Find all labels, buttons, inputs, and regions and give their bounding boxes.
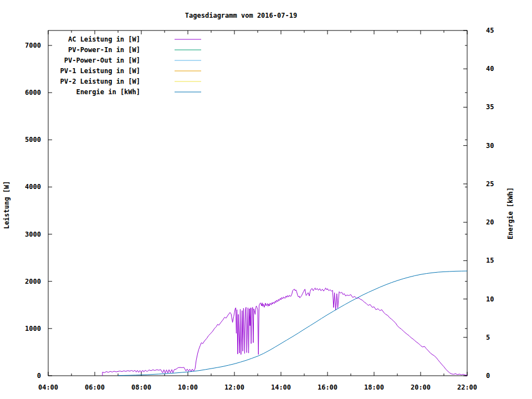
y2-tick-label: 35 [486,103,494,111]
y2-tick-label: 5 [486,334,490,341]
y-tick-label: 5000 [25,136,41,144]
series-line-ac-leistung-in-w [103,288,467,376]
x-tick-label: 08:00 [131,383,151,391]
y-tick-label: 3000 [25,231,41,238]
x-tick-label: 10:00 [178,383,198,391]
x-tick-label: 20:00 [411,383,431,391]
y2-tick-label: 25 [486,180,494,188]
x-tick-label: 18:00 [364,383,384,391]
legend-label: Energie in [kWh] [76,88,140,96]
legend-label: AC Leistung in [W] [68,35,140,43]
legend-label: PV-1 Leistung in [W] [60,67,141,75]
x-tick-label: 22:00 [457,383,477,391]
y2-axis-label: Energie [kWh] [507,187,514,239]
daily-pv-chart: Tagesdiagramm vom 2016-07-19 Leistung [W… [0,0,532,399]
chart-title: Tagesdiagramm vom 2016-07-19 [185,12,297,19]
x-tick-label: 14:00 [271,383,291,391]
x-tick-label: 04:00 [38,383,58,391]
y2-tick-label: 10 [486,295,494,303]
y-tick-label: 1000 [25,325,41,332]
y-tick-label: 7000 [25,42,41,49]
x-tick-label: 06:00 [85,383,105,391]
chart-page: Tagesdiagramm vom 2016-07-19 Leistung [W… [0,0,532,399]
legend-label: PV-2 Leistung in [W] [60,78,141,85]
y2-tick-label: 15 [486,257,494,264]
legend-label: PV-Power-Out in [W] [64,57,140,64]
y2-tick-label: 20 [486,218,494,226]
y-tick-label: 6000 [25,89,41,96]
legend-label: PV-Power-In in [W] [68,46,140,54]
series-line-energie-in-kwh [118,271,467,376]
x-tick-label: 12:00 [224,383,244,391]
y-tick-label: 4000 [25,183,41,191]
y-axis-label: Leistung [W] [3,181,11,229]
y2-tick-label: 0 [486,372,490,380]
x-tick-label: 16:00 [318,383,337,391]
y-tick-label: 2000 [25,278,41,285]
y2-tick-label: 30 [486,142,494,150]
y2-tick-label: 45 [486,27,494,34]
plot-generated-content: 04:0006:0008:0010:0012:0014:0016:0018:00… [25,27,494,391]
y-tick-label: 0 [37,372,41,380]
y2-tick-label: 40 [486,65,494,73]
